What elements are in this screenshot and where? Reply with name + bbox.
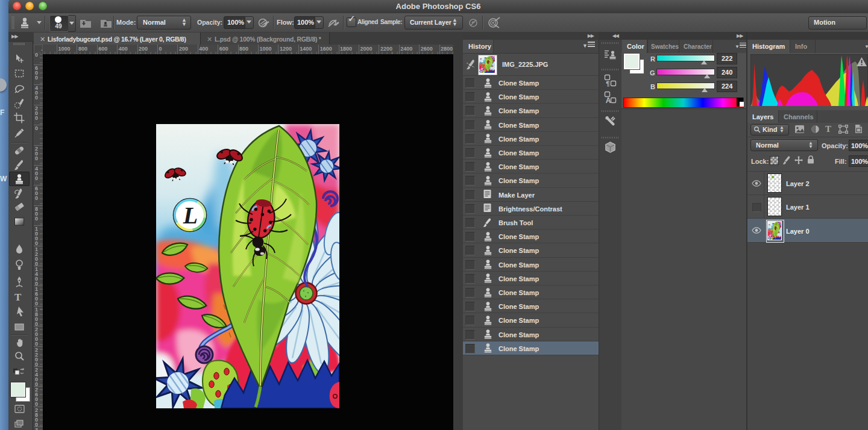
svg-text:¶: ¶ (606, 80, 609, 87)
svg-text:A: A (606, 96, 611, 104)
